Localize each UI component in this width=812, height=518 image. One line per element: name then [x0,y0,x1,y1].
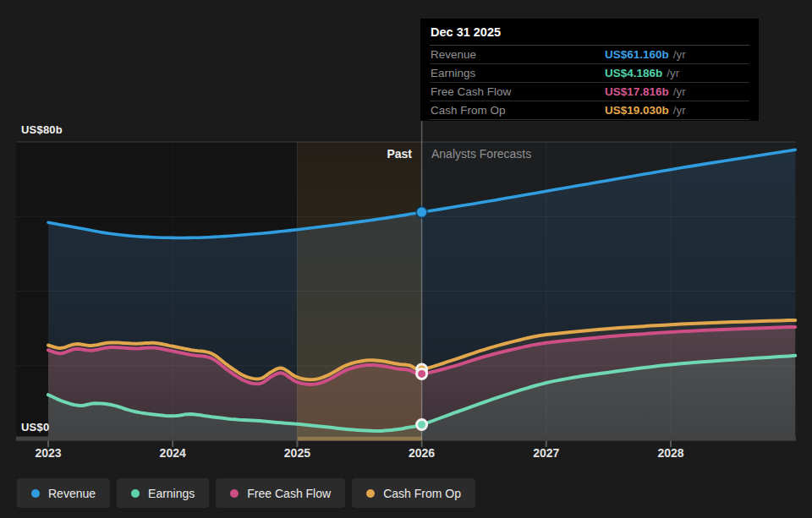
tooltip-row-value: US$17.816b [605,85,669,98]
tooltip-row-unit: /yr [673,48,686,61]
x-tick-label: 2024 [160,446,186,460]
y-axis-max-label: US$80b [21,123,63,136]
legend-item-label: Earnings [148,487,195,500]
legend-item-free-cash-flow[interactable]: Free Cash Flow [216,478,345,508]
x-tick-label: 2026 [409,446,435,460]
tooltip-row-unit: /yr [673,85,686,98]
chart-panel: 202320242025202620272028 US$80b US$0 Pas… [0,0,812,518]
forecast-section-label: Analysts Forecasts [431,147,531,161]
legend-item-label: Free Cash Flow [247,487,331,500]
x-tick-label: 2023 [35,446,61,460]
earnings-dot-icon [131,489,140,498]
revenue-marker [416,207,427,218]
legend-item-revenue[interactable]: Revenue [17,478,110,508]
earnings-marker [417,420,427,430]
revenue-dot-icon [31,489,40,498]
tooltip-row-label: Free Cash Flow [431,85,605,98]
legend-item-label: Revenue [48,487,96,500]
tooltip-row: Revenue US$61.160b /yr [430,46,749,64]
x-tick-label: 2025 [284,446,310,460]
past-section-label: Past [387,147,412,161]
free-cash-flow-dot-icon [230,489,239,498]
legend-item-label: Cash From Op [383,487,461,500]
tooltip-row: Cash From Op US$19.030b /yr [430,101,749,120]
tooltip-row-value: US$19.030b [605,104,669,117]
tooltip-row: Free Cash Flow US$17.816b /yr [430,83,749,101]
free-cash-flow-marker [417,368,427,379]
tooltip-row-value: US$4.186b [605,67,662,79]
legend-item-cash-from-op[interactable]: Cash From Op [352,478,475,508]
tooltip-row-unit: /yr [667,67,679,79]
legend: Revenue Earnings Free Cash Flow Cash Fro… [17,478,475,508]
y-axis-min-label: US$0 [21,421,49,433]
tooltip-date: Dec 31 2025 [430,19,749,46]
cash-from-op-dot-icon [366,489,375,498]
tooltip-row-value: US$61.160b [605,48,669,61]
x-tick-label: 2027 [533,446,559,460]
tooltip-row-label: Cash From Op [431,104,605,117]
hover-year-highlight [297,142,421,437]
x-tick-label: 2028 [657,446,683,460]
tooltip-row-label: Revenue [431,48,605,61]
tooltip-row: Earnings US$4.186b /yr [430,64,749,83]
legend-item-earnings[interactable]: Earnings [117,478,209,508]
tooltip-row-label: Earnings [431,67,605,79]
tooltip: Dec 31 2025 Revenue US$61.160b /yr Earni… [420,19,759,121]
tooltip-row-unit: /yr [673,104,686,117]
x-axis-band-highlight [297,437,421,441]
